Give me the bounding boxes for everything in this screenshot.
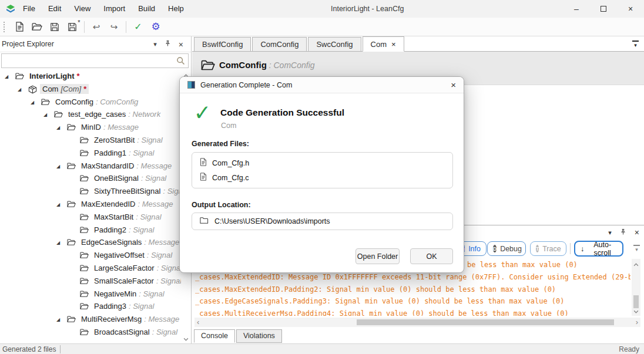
- minimize-button[interactable]: –: [563, 0, 590, 18]
- toolbar-grip[interactable]: [4, 22, 6, 32]
- scroll-down-icon[interactable]: [183, 334, 189, 343]
- folder-icon: [80, 328, 89, 338]
- tab-bswifconfig[interactable]: BswIfConfig: [194, 37, 251, 51]
- close-button[interactable]: ×: [617, 0, 644, 18]
- tree-item-label: SixtyThreeBitSignal : Signal: [92, 186, 181, 196]
- folder-icon: [15, 72, 24, 82]
- console-hscrollbar[interactable]: ‹ ›: [194, 318, 640, 327]
- expander-icon[interactable]: ◢: [18, 87, 21, 93]
- open-folder-button[interactable]: Open Folder: [355, 248, 400, 264]
- tree-item-Padding1[interactable]: Padding1 : Signal: [0, 147, 181, 160]
- expander-icon[interactable]: ◢: [56, 240, 60, 246]
- tree-item-ZeroStartBit[interactable]: ZeroStartBit : Signal: [0, 134, 181, 147]
- expander-icon[interactable]: ◢: [56, 125, 60, 131]
- console-vscrollbar[interactable]: [632, 259, 640, 316]
- undo-button[interactable]: ↩: [88, 19, 105, 35]
- panel-close-icon[interactable]: ×: [179, 40, 183, 49]
- tree-item-label: Padding2 : Signal: [92, 225, 156, 235]
- ok-button[interactable]: OK: [410, 248, 453, 264]
- console-line: _cases.EdgeCaseSignals.Padding3: Signal …: [195, 295, 630, 308]
- pin-icon[interactable]: [165, 40, 171, 49]
- filter-trace-button[interactable]: T Trace: [530, 241, 566, 256]
- menu-item-edit[interactable]: Edit: [42, 0, 68, 18]
- menu-item-view[interactable]: View: [68, 0, 97, 18]
- tab-com[interactable]: Com×: [363, 36, 404, 52]
- validate-button[interactable]: ✓: [129, 19, 147, 35]
- filter-debug-button[interactable]: D Debug: [487, 241, 526, 256]
- tab-comconfig[interactable]: ComConfig: [252, 37, 307, 51]
- tab-close-icon[interactable]: ×: [391, 40, 396, 49]
- scroll-down-icon[interactable]: [633, 306, 639, 315]
- autoscroll-toggle[interactable]: ↓ Auto-scroll: [574, 241, 623, 257]
- console-line: _cases.MultiReceiverMsg.Padding4: Signal…: [195, 308, 630, 316]
- tree-item-MultiReceiverMsg[interactable]: ◢MultiReceiverMsg : Message: [0, 313, 181, 326]
- maximize-icon: [601, 6, 606, 12]
- tree-item-NegativeMin[interactable]: NegativeMin : Signal: [0, 288, 181, 301]
- tab-overflow-icon[interactable]: ▾: [632, 41, 639, 49]
- tree-item-label: Padding3 : Signal: [92, 301, 156, 311]
- generated-file-row: Com_Cfg.c: [200, 173, 452, 183]
- project-explorer-header: Project Explorer ▾ ×: [0, 36, 191, 52]
- tree-item-Padding3[interactable]: Padding3 : Signal: [0, 301, 181, 313]
- document-tab-bar: BswIfConfigComConfigSwcConfigCom×: [192, 36, 644, 52]
- generate-button[interactable]: ⚙: [147, 19, 165, 35]
- tree-item-label: Padding1 : Signal: [92, 148, 156, 158]
- tree-item-BroadcastSignal[interactable]: BroadcastSignal : Signal: [0, 326, 181, 339]
- tree-item-LargeScaleFactor[interactable]: LargeScaleFactor : Signal: [0, 262, 181, 275]
- scroll-right-icon[interactable]: ›: [636, 318, 638, 326]
- maximize-button[interactable]: [590, 0, 617, 18]
- tree-item-MaxExtendedID[interactable]: ◢MaxExtendedID : Message: [0, 198, 181, 211]
- redo-button[interactable]: ↪: [105, 19, 123, 35]
- panel-close-icon[interactable]: ×: [635, 228, 639, 237]
- debug-icon: D: [493, 245, 497, 252]
- tab-swcconfig[interactable]: SwcConfig: [308, 37, 361, 51]
- generation-complete-dialog: Generation Complete - Com × ✓ Code Gener…: [179, 76, 464, 273]
- output-path-box: C:\Users\USER\Downloads\imports: [192, 213, 453, 230]
- tree-item-test_edge_cases[interactable]: ◢test_edge_cases : Network: [0, 109, 181, 122]
- tree-item-MaxStartBit[interactable]: MaxStartBit : Signal: [0, 211, 181, 224]
- expander-icon[interactable]: ◢: [5, 74, 8, 80]
- panel-dropdown-icon[interactable]: ▾: [153, 41, 157, 48]
- menu-item-import[interactable]: Import: [97, 0, 132, 18]
- expander-icon[interactable]: ◢: [31, 100, 34, 106]
- panel-dropdown-icon[interactable]: ▾: [608, 229, 612, 237]
- expander-icon[interactable]: ◢: [56, 317, 60, 323]
- tree-item-EdgeCaseSignals[interactable]: ◢EdgeCaseSignals : Message: [0, 237, 181, 250]
- save-all-button[interactable]: *: [63, 19, 81, 35]
- expander-icon[interactable]: ◢: [43, 112, 47, 118]
- search-input[interactable]: [1, 53, 189, 68]
- tree-item-Padding2[interactable]: Padding2 : Signal: [0, 224, 181, 237]
- tree-item-ComConfig[interactable]: ◢ComConfig : ComConfig: [0, 96, 181, 109]
- expander-icon[interactable]: ◢: [56, 164, 60, 170]
- tree-item-InteriorLight[interactable]: ◢InteriorLight*: [0, 70, 181, 83]
- folder-icon: [80, 149, 89, 159]
- folder-icon: [80, 290, 89, 299]
- output-tab-violations[interactable]: Violations: [236, 329, 282, 343]
- folder-icon: [80, 187, 89, 197]
- menu-item-build[interactable]: Build: [132, 0, 162, 18]
- new-file-button[interactable]: [11, 19, 28, 35]
- tree-item-NegativeOffset[interactable]: NegativeOffset : Signal: [0, 250, 181, 262]
- tree-item-label: MaxExtendedID : Message: [79, 199, 175, 209]
- pin-icon[interactable]: [620, 228, 626, 237]
- tree-item-SmallScaleFactor[interactable]: SmallScaleFactor : Signal: [0, 275, 181, 288]
- scroll-up-icon[interactable]: [633, 259, 639, 268]
- save-button[interactable]: [46, 19, 63, 35]
- tree-item-OneBitSignal[interactable]: OneBitSignal : Signal: [0, 173, 181, 186]
- panel-overflow-icon[interactable]: ▾: [633, 245, 640, 253]
- dialog-title-bar[interactable]: Generation Complete - Com ×: [180, 77, 464, 93]
- menu-item-file[interactable]: File: [16, 0, 42, 18]
- output-tab-console[interactable]: Console: [194, 329, 235, 343]
- tree-item-Com[interactable]: ◢Com[Com]*: [0, 83, 181, 96]
- hscrollbar-thumb[interactable]: [357, 319, 614, 325]
- dialog-close-button[interactable]: ×: [451, 80, 456, 90]
- generated-files-list: Com_Cfg.hCom_Cfg.c: [192, 152, 453, 188]
- tree-item-MinID[interactable]: ◢MinID : Message: [0, 122, 181, 134]
- tree-item-SixtyThreeBitSignal[interactable]: SixtyThreeBitSignal : Signal: [0, 186, 181, 198]
- tree-item-MaxStandardID[interactable]: ◢MaxStandardID : Message: [0, 160, 181, 173]
- menu-item-help[interactable]: Help: [162, 0, 190, 18]
- status-message: Generated 2 files: [2, 345, 56, 353]
- scroll-left-icon[interactable]: ‹: [197, 318, 199, 326]
- open-button[interactable]: [28, 19, 46, 35]
- expander-icon[interactable]: ◢: [56, 202, 60, 208]
